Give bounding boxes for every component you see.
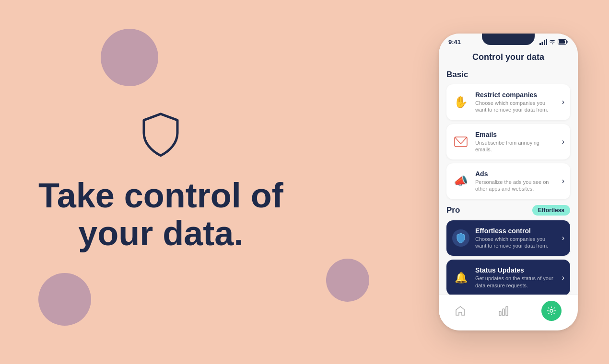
decorative-circle-bottom-right bbox=[326, 259, 369, 302]
ads-item[interactable]: 📣 Ads Personalize the ads you see on oth… bbox=[446, 163, 570, 199]
emails-text: Emails Unsubscribe from annoying emails. bbox=[475, 131, 556, 153]
basic-section-label: Basic bbox=[446, 70, 570, 80]
restrict-arrow: › bbox=[562, 98, 564, 106]
phone-notch bbox=[482, 34, 535, 45]
svg-rect-10 bbox=[506, 307, 508, 316]
svg-rect-3 bbox=[546, 39, 548, 45]
svg-rect-0 bbox=[539, 43, 541, 45]
svg-point-11 bbox=[550, 309, 553, 312]
effortless-icon bbox=[452, 229, 469, 247]
emails-item[interactable]: Emails Unsubscribe from annoying emails.… bbox=[446, 124, 570, 160]
status-updates-text: Status Updates Get updates on the status… bbox=[475, 266, 556, 289]
screen-content: Control your data Basic ✋ Restrict compa… bbox=[439, 47, 578, 295]
status-updates-item[interactable]: 🔔 Status Updates Get updates on the stat… bbox=[446, 260, 570, 295]
svg-rect-6 bbox=[559, 40, 565, 44]
effortless-desc: Choose which companies you want to remov… bbox=[475, 236, 556, 250]
status-updates-arrow: › bbox=[562, 273, 564, 282]
restrict-text: Restrict companies Choose which companie… bbox=[475, 91, 556, 114]
pro-section-label: Pro Effortless bbox=[446, 205, 570, 216]
restrict-icon: ✋ bbox=[452, 93, 469, 111]
shield-icon bbox=[139, 112, 182, 161]
svg-rect-1 bbox=[542, 42, 543, 45]
screen-title: Control your data bbox=[446, 47, 570, 70]
emails-arrow: › bbox=[562, 137, 564, 146]
ads-icon: 📣 bbox=[452, 172, 469, 190]
status-updates-desc: Get updates on the status of your data e… bbox=[475, 275, 556, 289]
effortless-arrow: › bbox=[562, 234, 564, 242]
restrict-companies-item[interactable]: ✋ Restrict companies Choose which compan… bbox=[446, 84, 570, 120]
ads-arrow: › bbox=[562, 177, 564, 185]
hero-section: Take control of your data. bbox=[38, 112, 283, 252]
svg-rect-9 bbox=[503, 309, 504, 316]
svg-point-4 bbox=[552, 44, 553, 45]
effortless-text: Effortless control Choose which companie… bbox=[475, 227, 556, 250]
status-time: 9:41 bbox=[448, 38, 461, 46]
decorative-circle-bottom-left bbox=[38, 273, 91, 326]
nav-settings[interactable] bbox=[541, 301, 562, 321]
nav-stats[interactable] bbox=[499, 306, 508, 316]
emails-title: Emails bbox=[475, 131, 556, 138]
ads-text: Ads Personalize the ads you see on other… bbox=[475, 170, 556, 193]
phone-body: 9:41 bbox=[439, 34, 578, 330]
nav-home[interactable] bbox=[455, 306, 466, 316]
svg-rect-2 bbox=[544, 40, 545, 45]
status-icons bbox=[539, 39, 568, 45]
decorative-circle-top-left bbox=[101, 29, 158, 86]
phone-mockup: 9:41 bbox=[436, 19, 580, 345]
svg-rect-8 bbox=[499, 311, 501, 316]
status-updates-title: Status Updates bbox=[475, 266, 556, 274]
svg-rect-7 bbox=[455, 137, 467, 147]
restrict-desc: Choose which companies you want to remov… bbox=[475, 100, 556, 114]
ads-desc: Personalize the ads you see on other app… bbox=[475, 179, 556, 193]
pro-badge: Effortless bbox=[532, 205, 570, 216]
emails-desc: Unsubscribe from annoying emails. bbox=[475, 139, 556, 153]
status-updates-icon: 🔔 bbox=[452, 269, 469, 286]
bottom-nav bbox=[439, 295, 578, 330]
effortless-control-item[interactable]: Effortless control Choose which companie… bbox=[446, 220, 570, 256]
nav-settings-icon-active bbox=[541, 301, 562, 321]
emails-icon bbox=[452, 133, 469, 150]
hero-heading: Take control of your data. bbox=[38, 177, 283, 252]
ads-title: Ads bbox=[475, 170, 556, 178]
restrict-title: Restrict companies bbox=[475, 91, 556, 99]
effortless-title: Effortless control bbox=[475, 227, 556, 235]
